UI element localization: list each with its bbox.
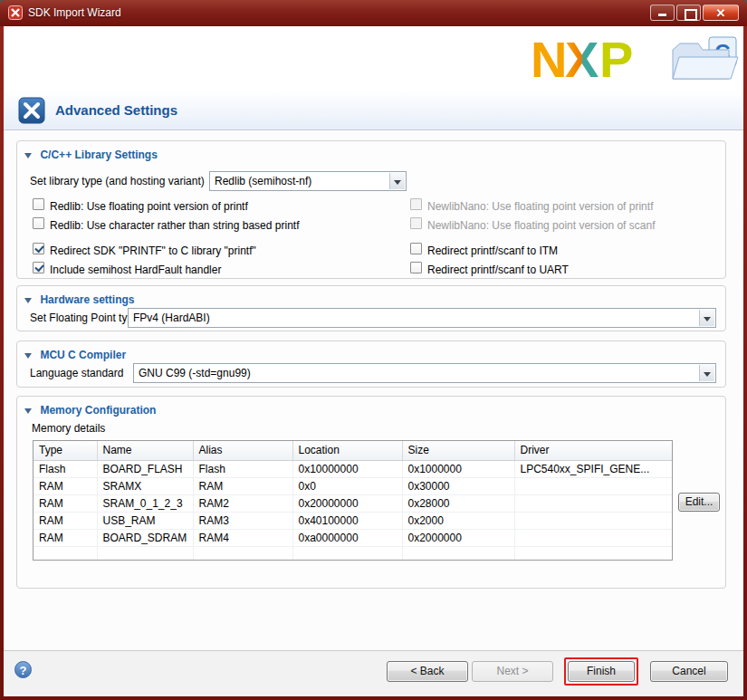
checkbox-box	[33, 262, 44, 273]
logo-strip: N X P C	[4, 26, 743, 91]
checkbox-box	[410, 262, 422, 273]
column-header-alias: Alias	[193, 441, 292, 460]
cell-driver: LPC540xx_SPIFI_GENE...	[514, 460, 672, 477]
cell-location: 0x40100000	[292, 512, 402, 529]
chevron-down-icon	[699, 365, 714, 381]
section-header-hardware[interactable]: Hardware settings	[24, 291, 135, 305]
column-header-name: Name	[97, 441, 193, 460]
checkbox-label: Redirect printf/scanf to ITM	[427, 244, 558, 258]
cell-type: RAM	[34, 512, 97, 529]
cell-name: USB_RAM	[97, 512, 193, 529]
cell-size: 0x30000	[402, 477, 514, 494]
table-row[interactable]: RAM BOARD_SDRAM RAM4 0xa0000000 0x200000…	[34, 529, 672, 546]
app-icon	[8, 5, 23, 20]
table-row-empty	[34, 546, 672, 561]
table-row[interactable]: RAM SRAMX RAM 0x0 0x30000	[34, 477, 672, 494]
section-header-memory[interactable]: Memory Configuration	[24, 401, 156, 416]
folder-c-icon: C	[671, 35, 740, 84]
checkbox-label: Redirect SDK "PRINTF" to C library "prin…	[50, 244, 256, 258]
language-standard-label: Language standard	[30, 367, 123, 379]
checkbox-redirect-itm[interactable]: Redirect printf/scanf to ITM	[410, 242, 558, 256]
minimize-button[interactable]	[650, 5, 675, 21]
cell-location: 0x10000000	[292, 460, 402, 477]
table-header-row: Type Name Alias Location Size Driver	[34, 441, 672, 460]
cell-size: 0x2000	[402, 512, 514, 529]
cell-driver	[514, 494, 672, 512]
checkbox-redirect-uart[interactable]: Redirect printf/scanf to UART	[410, 261, 569, 275]
edit-button[interactable]: Edit...	[678, 493, 720, 512]
checkbox-newlibnano-float-scanf: NewlibNano: Use floating point version o…	[410, 216, 655, 231]
section-header-compiler[interactable]: MCU C Compiler	[24, 346, 126, 360]
cell-name: SRAMX	[97, 477, 193, 494]
memory-table[interactable]: Type Name Alias Location Size Driver Fla…	[33, 440, 673, 561]
checkbox-label: Include semihost HardFault handler	[50, 263, 221, 277]
cell-location: 0xa0000000	[292, 529, 402, 546]
back-button[interactable]: < Back	[387, 661, 468, 682]
table-row[interactable]: RAM USB_RAM RAM3 0x40100000 0x2000	[34, 512, 672, 529]
nxp-logo: N X P	[531, 34, 637, 86]
close-icon: ✕	[704, 6, 738, 21]
cell-alias: Flash	[193, 460, 292, 477]
checkbox-box	[410, 198, 422, 210]
maximize-button[interactable]	[676, 5, 701, 21]
table-row[interactable]: Flash BOARD_FLASH Flash 0x10000000 0x100…	[34, 460, 672, 477]
cell-size: 0x1000000	[402, 460, 514, 477]
checkbox-label: NewlibNano: Use floating point version o…	[427, 199, 653, 214]
nxp-letter-x: X	[565, 34, 599, 86]
section-title: Hardware settings	[40, 293, 134, 306]
checkbox-redlib-float-printf[interactable]: Redlib: Use floating point version of pr…	[33, 197, 248, 212]
cell-type: Flash	[34, 460, 97, 477]
checkbox-label: Redirect printf/scanf to UART	[427, 263, 569, 277]
checkbox-newlibnano-float-printf: NewlibNano: Use floating point version o…	[410, 197, 653, 212]
section-library-settings: C/C++ Library Settings Set library type …	[16, 140, 726, 279]
checkbox-label: Redlib: Use floating point version of pr…	[50, 199, 248, 214]
nxp-letter-p: P	[599, 34, 633, 86]
close-button[interactable]: ✕	[703, 5, 739, 21]
collapse-triangle-icon	[24, 353, 32, 362]
section-hardware-settings: Hardware settings Set Floating Point typ…	[16, 285, 726, 331]
checkbox-redirect-sdk-printf[interactable]: Redirect SDK "PRINTF" to C library "prin…	[33, 242, 256, 256]
language-standard-dropdown[interactable]: GNU C99 (-std=gnu99)	[133, 363, 716, 383]
finish-button[interactable]: Finish	[568, 661, 635, 682]
window-title: SDK Import Wizard	[28, 6, 121, 19]
checkbox-box	[33, 243, 44, 254]
advanced-settings-icon	[18, 97, 45, 124]
section-title: C/C++ Library Settings	[40, 149, 157, 161]
checkbox-label: NewlibNano: Use floating point version o…	[427, 218, 655, 233]
library-type-dropdown[interactable]: Redlib (semihost-nf)	[209, 171, 407, 191]
chevron-down-icon	[699, 310, 714, 326]
memory-details-label: Memory details	[32, 422, 105, 435]
sdk-import-wizard-window: SDK Import Wizard ✕ N	[0, 0, 747, 700]
cell-name: BOARD_FLASH	[97, 460, 193, 477]
section-mcu-compiler: MCU C Compiler Language standard GNU C99…	[16, 340, 726, 388]
cell-alias: RAM4	[193, 529, 292, 546]
column-header-driver: Driver	[514, 441, 672, 460]
cell-alias: RAM2	[193, 494, 292, 512]
section-title: Memory Configuration	[40, 404, 156, 417]
table-row[interactable]: RAM SRAM_0_1_2_3 RAM2 0x20000000 0x28000	[34, 494, 672, 512]
collapse-triangle-icon	[24, 408, 32, 417]
column-header-size: Size	[402, 441, 514, 460]
floating-point-value: FPv4 (HardABI)	[133, 309, 210, 327]
chevron-down-icon	[389, 173, 405, 189]
checkbox-semihost-hardfault[interactable]: Include semihost HardFault handler	[33, 261, 221, 275]
section-header-library[interactable]: C/C++ Library Settings	[24, 146, 158, 160]
collapse-triangle-icon	[24, 298, 32, 307]
cancel-button[interactable]: Cancel	[650, 661, 728, 682]
cell-size: 0x2000000	[402, 529, 514, 546]
cell-location: 0x20000000	[292, 494, 402, 512]
checkbox-box	[33, 198, 44, 210]
cell-alias: RAM	[193, 477, 292, 494]
floating-point-dropdown[interactable]: FPv4 (HardABI)	[128, 308, 716, 328]
window-titlebar[interactable]: SDK Import Wizard ✕	[0, 0, 747, 26]
cell-driver	[514, 529, 672, 546]
checkbox-box	[33, 217, 44, 229]
cell-type: RAM	[34, 477, 97, 494]
checkbox-redlib-char-printf[interactable]: Redlib: Use character rather than string…	[33, 216, 299, 231]
help-button[interactable]: ?	[14, 661, 32, 678]
cell-size: 0x28000	[402, 494, 514, 512]
cell-name: BOARD_SDRAM	[97, 529, 193, 546]
column-header-location: Location	[292, 441, 402, 460]
checkbox-box	[410, 217, 422, 229]
checkbox-label: Redlib: Use character rather than string…	[50, 218, 299, 233]
